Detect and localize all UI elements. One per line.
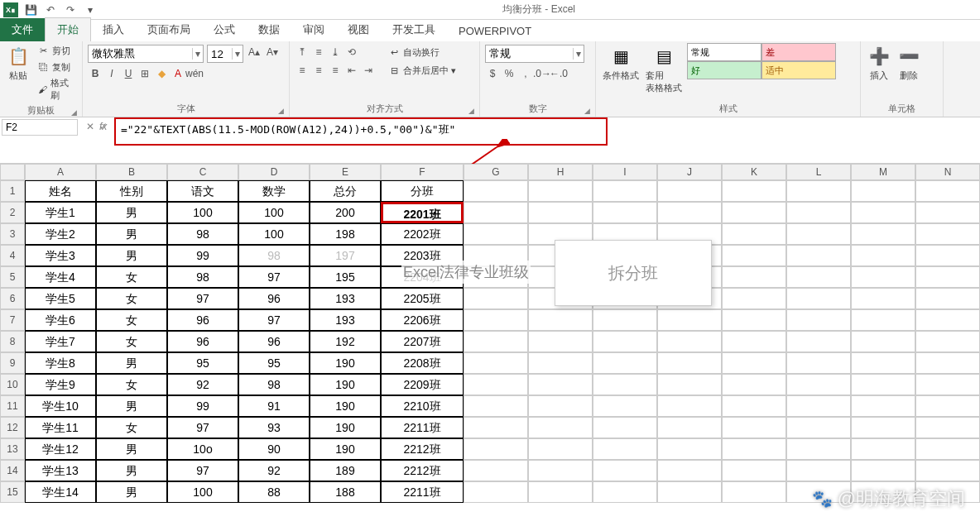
insert-cells-button[interactable]: ➕插入 bbox=[866, 43, 892, 101]
cell[interactable] bbox=[464, 180, 528, 202]
cell[interactable] bbox=[657, 460, 722, 481]
cell[interactable] bbox=[593, 374, 657, 395]
cell[interactable] bbox=[528, 481, 593, 503]
cell[interactable] bbox=[722, 481, 786, 503]
cell[interactable]: 性别 bbox=[96, 180, 167, 202]
cell[interactable]: 88 bbox=[238, 481, 310, 503]
cell[interactable]: 193 bbox=[310, 309, 381, 331]
cell[interactable]: 女 bbox=[96, 417, 167, 438]
dialog-launcher-icon[interactable]: ◢ bbox=[71, 108, 77, 117]
cell[interactable] bbox=[722, 288, 786, 309]
row-header[interactable]: 5 bbox=[0, 266, 25, 288]
row-header[interactable]: 15 bbox=[0, 481, 25, 503]
cell[interactable] bbox=[528, 374, 593, 395]
cell[interactable]: 2209班 bbox=[381, 374, 464, 395]
cell[interactable] bbox=[722, 438, 786, 460]
cell[interactable] bbox=[464, 374, 528, 395]
col-header[interactable]: H bbox=[528, 164, 593, 180]
cell[interactable]: 2211班 bbox=[381, 481, 464, 503]
cell[interactable] bbox=[593, 331, 657, 352]
cell[interactable]: 学生10 bbox=[25, 395, 96, 417]
row-header[interactable]: 1 bbox=[0, 180, 25, 202]
cell[interactable]: 92 bbox=[238, 460, 310, 481]
cell[interactable] bbox=[657, 180, 722, 202]
col-header[interactable]: M bbox=[851, 164, 915, 180]
cell[interactable]: 90 bbox=[238, 438, 310, 460]
cell[interactable]: 男 bbox=[96, 352, 167, 374]
decrease-font-button[interactable]: A▾ bbox=[265, 45, 280, 60]
col-header[interactable]: A bbox=[25, 164, 96, 180]
cell[interactable] bbox=[657, 202, 722, 223]
paste-button[interactable]: 📋 粘贴 bbox=[5, 43, 31, 103]
cell[interactable]: 男 bbox=[96, 202, 167, 223]
cell[interactable]: 95 bbox=[238, 352, 310, 374]
cell[interactable] bbox=[851, 245, 915, 266]
tab-review[interactable]: 审阅 bbox=[291, 18, 336, 41]
cell[interactable]: 学生3 bbox=[25, 245, 96, 266]
cell[interactable]: 学生7 bbox=[25, 331, 96, 352]
underline-button[interactable]: U bbox=[121, 66, 136, 81]
cell[interactable]: 95 bbox=[167, 352, 238, 374]
cell[interactable] bbox=[528, 180, 593, 202]
cell[interactable]: 2207班 bbox=[381, 331, 464, 352]
style-good[interactable]: 好 bbox=[687, 61, 761, 79]
align-top-button[interactable]: ⤒ bbox=[295, 45, 310, 60]
cell[interactable] bbox=[851, 309, 915, 331]
row-header[interactable]: 8 bbox=[0, 331, 25, 352]
fx-icon[interactable]: fx bbox=[99, 121, 107, 132]
cell[interactable] bbox=[657, 438, 722, 460]
comma-button[interactable]: , bbox=[518, 66, 533, 81]
cell[interactable]: 190 bbox=[310, 438, 381, 460]
select-all-button[interactable] bbox=[0, 164, 25, 180]
cell[interactable] bbox=[786, 266, 851, 288]
cell[interactable] bbox=[464, 481, 528, 503]
cell[interactable]: 女 bbox=[96, 288, 167, 309]
cell[interactable] bbox=[786, 309, 851, 331]
cell[interactable] bbox=[593, 417, 657, 438]
cell[interactable]: 99 bbox=[167, 245, 238, 266]
cell[interactable] bbox=[657, 352, 722, 374]
qat-customize-icon[interactable]: ▾ bbox=[83, 2, 98, 17]
cell[interactable] bbox=[915, 288, 980, 309]
increase-indent-button[interactable]: ⇥ bbox=[361, 63, 376, 78]
style-bad[interactable]: 差 bbox=[761, 43, 836, 61]
cell[interactable] bbox=[915, 223, 980, 245]
cut-button[interactable]: ✂剪切 bbox=[35, 43, 77, 58]
cell[interactable]: 98 bbox=[238, 245, 310, 266]
cell[interactable]: 190 bbox=[310, 352, 381, 374]
cell[interactable] bbox=[593, 309, 657, 331]
cell[interactable]: 学生2 bbox=[25, 223, 96, 245]
tab-file[interactable]: 文件 bbox=[0, 18, 45, 41]
cell[interactable]: 学生14 bbox=[25, 481, 96, 503]
cell[interactable] bbox=[464, 438, 528, 460]
cell[interactable]: 男 bbox=[96, 438, 167, 460]
cell[interactable] bbox=[593, 202, 657, 223]
cell[interactable] bbox=[851, 180, 915, 202]
col-header[interactable]: G bbox=[464, 164, 528, 180]
tab-view[interactable]: 视图 bbox=[336, 18, 381, 41]
cell[interactable] bbox=[851, 202, 915, 223]
cell[interactable]: 97 bbox=[167, 460, 238, 481]
cell[interactable] bbox=[851, 438, 915, 460]
font-name-combo[interactable]: ▾ bbox=[88, 45, 204, 63]
tab-powerpivot[interactable]: POWERPIVOT bbox=[447, 21, 543, 41]
cell[interactable]: 97 bbox=[167, 417, 238, 438]
cell[interactable]: 语文 bbox=[167, 180, 238, 202]
align-bottom-button[interactable]: ⤓ bbox=[328, 45, 343, 60]
cell[interactable] bbox=[593, 438, 657, 460]
increase-font-button[interactable]: A▴ bbox=[247, 45, 262, 60]
decrease-indent-button[interactable]: ⇤ bbox=[344, 63, 359, 78]
cell[interactable] bbox=[786, 180, 851, 202]
dialog-launcher-icon[interactable]: ◢ bbox=[468, 107, 474, 115]
row-header[interactable]: 7 bbox=[0, 309, 25, 331]
cell[interactable] bbox=[915, 460, 980, 481]
merge-center-button[interactable]: ⊟合并后居中▾ bbox=[386, 63, 458, 78]
cell[interactable]: 97 bbox=[238, 309, 310, 331]
cell[interactable]: 100 bbox=[167, 202, 238, 223]
cell[interactable] bbox=[722, 395, 786, 417]
cell[interactable] bbox=[593, 352, 657, 374]
cell[interactable] bbox=[786, 223, 851, 245]
row-header[interactable]: 12 bbox=[0, 417, 25, 438]
cell[interactable]: 男 bbox=[96, 395, 167, 417]
cell[interactable]: 96 bbox=[238, 288, 310, 309]
